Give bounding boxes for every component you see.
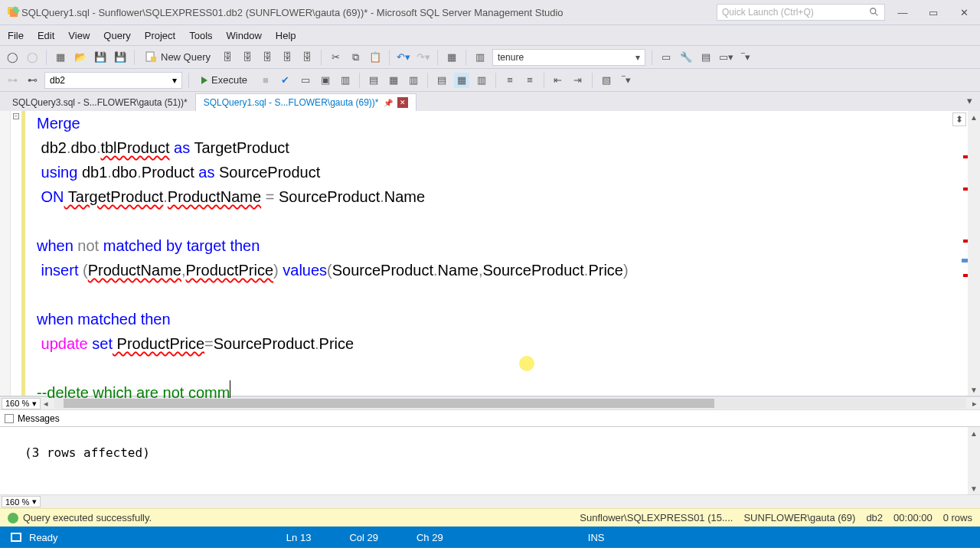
- sqlcmd-icon[interactable]: ▣: [318, 73, 333, 88]
- properties-icon[interactable]: ▦: [444, 50, 459, 65]
- menu-project[interactable]: Project: [145, 30, 175, 41]
- document-tab-1[interactable]: SQLQuery3.sql - S...FLOWER\gauta (51))*: [5, 93, 195, 111]
- menu-file[interactable]: File: [8, 30, 24, 41]
- chevron-down-icon: ▾: [32, 497, 37, 507]
- svg-rect-5: [151, 57, 156, 62]
- tool-icon-1[interactable]: ▭: [658, 50, 674, 65]
- scroll-down-icon[interactable]: ▼: [968, 482, 980, 494]
- database-combo-value: db2: [50, 75, 65, 86]
- outlining-margin: −: [11, 111, 21, 396]
- new-query-label: New Query: [161, 51, 211, 63]
- db-engine-icon[interactable]: 🗄: [220, 50, 235, 65]
- document-tab-well: SQLQuery3.sql - S...FLOWER\gauta (51))* …: [0, 92, 980, 111]
- svg-point-2: [871, 8, 876, 14]
- code-editor[interactable]: − ⬍ Merge db2.dbo.tblProduct as TargetPr…: [0, 111, 980, 396]
- outdent-lines-icon[interactable]: ≡: [502, 73, 518, 88]
- overflow-icon[interactable]: ‾▾: [738, 50, 753, 65]
- mdx-icon[interactable]: 🗄: [260, 50, 275, 65]
- menu-tools[interactable]: Tools: [189, 30, 212, 41]
- cut-icon[interactable]: ✂: [328, 50, 343, 65]
- analysis-icon[interactable]: 🗄: [240, 50, 255, 65]
- menu-window[interactable]: Window: [227, 30, 262, 41]
- paste-icon[interactable]: 📋: [368, 50, 383, 65]
- results-grid-icon[interactable]: ▦: [386, 73, 401, 88]
- messages-footer: 160 %▾: [0, 494, 980, 508]
- tabs-dropdown-icon[interactable]: ▾: [967, 95, 972, 106]
- scroll-down-icon[interactable]: ▼: [968, 383, 980, 396]
- comment-icon[interactable]: ▤: [434, 73, 449, 88]
- connect-icon[interactable]: ⊶: [5, 73, 20, 88]
- back-icon[interactable]: ◯: [5, 50, 20, 65]
- minimize-button[interactable]: —: [893, 7, 913, 18]
- execute-button[interactable]: Execute: [195, 74, 253, 86]
- zoom-value-messages: 160 %: [5, 497, 29, 507]
- change-conn-icon[interactable]: ⊷: [24, 73, 40, 88]
- indent-icon[interactable]: ▥: [474, 73, 489, 88]
- menu-query[interactable]: Query: [103, 30, 130, 41]
- mouse-cursor-highlight: [519, 356, 534, 371]
- chevron-down-icon: ▾: [172, 75, 177, 86]
- search-icon: [869, 7, 880, 18]
- database-combo[interactable]: db2 ▾: [44, 72, 182, 89]
- fold-toggle-icon[interactable]: −: [13, 113, 19, 119]
- scroll-up-icon[interactable]: ▲: [968, 111, 980, 123]
- new-item-icon[interactable]: ▦: [53, 50, 68, 65]
- messages-vscrollbar[interactable]: ▲ ▼: [968, 427, 980, 494]
- close-tab-icon[interactable]: ✕: [397, 97, 408, 108]
- indent-lines-icon[interactable]: ≡: [522, 73, 537, 88]
- main-toolbar: ◯ ◯ ▦ 📂 💾 💾 New Query 🗄 🗄 🗄 🗄 🗄 ✂ ⧉ 📋 ↶▾…: [0, 46, 980, 69]
- results-text-icon[interactable]: ▤: [366, 73, 381, 88]
- xmla-icon[interactable]: 🗄: [299, 50, 315, 65]
- activity-icon[interactable]: ▥: [472, 50, 488, 65]
- chevron-down-icon: ▾: [635, 52, 640, 63]
- scroll-right-icon[interactable]: ▸: [969, 399, 980, 409]
- quick-launch-input[interactable]: Quick Launch (Ctrl+Q): [717, 4, 885, 21]
- menu-help[interactable]: Help: [276, 30, 296, 41]
- template-icon[interactable]: ⇥: [570, 73, 586, 88]
- tab-1-label: SQLQuery3.sql - S...FLOWER\gauta (51))*: [12, 97, 188, 108]
- dmx-icon[interactable]: 🗄: [279, 50, 295, 65]
- scroll-up-icon[interactable]: ▲: [968, 427, 980, 439]
- menu-edit[interactable]: Edit: [38, 30, 54, 41]
- tool-wrench-icon[interactable]: 🔧: [678, 50, 694, 65]
- ready-icon: [11, 533, 21, 542]
- forward-icon[interactable]: ◯: [24, 50, 40, 65]
- pin-icon[interactable]: 📌: [384, 99, 393, 107]
- editor-vscrollbar[interactable]: ▲ ▼: [968, 111, 980, 396]
- editor-hscrollbar[interactable]: [54, 398, 966, 409]
- results-file-icon[interactable]: ▥: [406, 73, 421, 88]
- overflow2-icon[interactable]: ‾▾: [619, 73, 634, 88]
- redo-icon[interactable]: ↷▾: [416, 50, 431, 65]
- uncomment-icon[interactable]: ▦: [454, 73, 469, 88]
- undo-icon[interactable]: ↶▾: [396, 50, 411, 65]
- tool-icon-4[interactable]: ▭▾: [718, 50, 733, 65]
- zoom-combo-messages[interactable]: 160 %▾: [2, 496, 41, 507]
- saveall-icon[interactable]: 💾: [113, 50, 128, 65]
- close-button[interactable]: ✕: [954, 7, 974, 18]
- hscroll-thumb[interactable]: [64, 399, 714, 408]
- parse-icon[interactable]: ✔: [278, 73, 293, 88]
- tool-icon-3[interactable]: ▤: [698, 50, 714, 65]
- window-title: SQLQuery1.sql - Sunflower\SQLEXPRESS01.d…: [21, 7, 717, 18]
- play-icon: [201, 77, 207, 84]
- stop-icon[interactable]: ■: [258, 73, 273, 88]
- menu-view[interactable]: View: [68, 30, 90, 41]
- status-col: Col 29: [349, 532, 378, 543]
- quick-launch-placeholder: Quick Launch (Ctrl+Q): [722, 7, 869, 18]
- new-query-button[interactable]: New Query: [141, 51, 215, 64]
- code-text[interactable]: Merge db2.dbo.tblProduct as TargetProduc…: [37, 111, 966, 405]
- include-plan-icon[interactable]: ▥: [338, 73, 353, 88]
- open-icon[interactable]: 📂: [73, 50, 88, 65]
- search-combo[interactable]: tenure ▾: [492, 49, 645, 66]
- plan-icon[interactable]: ▭: [298, 73, 313, 88]
- cancel-icon[interactable]: ▧: [599, 73, 614, 88]
- save-icon[interactable]: 💾: [93, 50, 108, 65]
- document-tab-2[interactable]: SQLQuery1.sql - S...FLOWER\gauta (69))* …: [195, 93, 416, 111]
- messages-tab[interactable]: Messages: [0, 410, 980, 427]
- maximize-button[interactable]: ▭: [923, 7, 943, 18]
- copy-icon[interactable]: ⧉: [348, 50, 363, 65]
- status-ready: Ready: [29, 532, 58, 543]
- messages-pane[interactable]: (3 rows affected) ▲ ▼: [0, 427, 980, 494]
- zoom-combo[interactable]: 160 %▾: [2, 398, 41, 409]
- specify-values-icon[interactable]: ⇤: [550, 73, 566, 88]
